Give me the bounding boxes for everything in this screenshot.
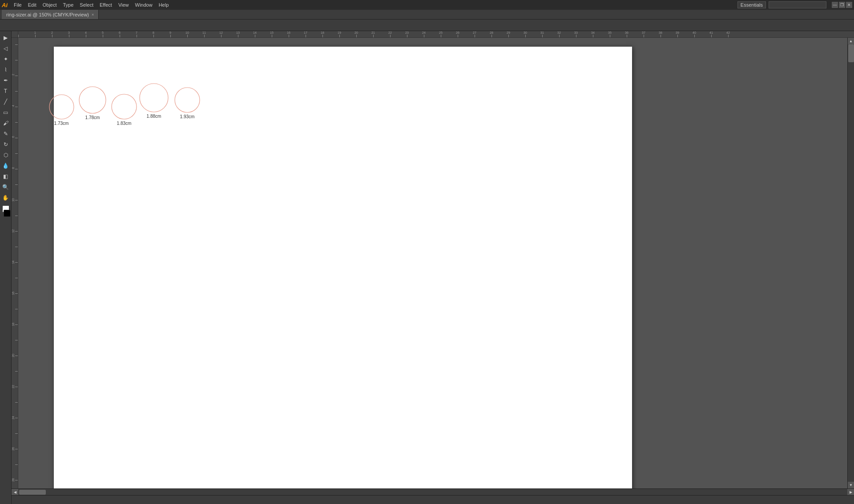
tab-close-button[interactable]: × [92,12,94,17]
circle-label-c4: 1.88cm [147,114,161,119]
top-options-bar [0,20,854,31]
canvas-scroll-area[interactable]: 1.73cm1.78cm1.83cm1.88cm1.93cm [18,38,847,488]
circle-item-c4: 1.88cm [139,83,169,119]
content-area: 1234567891011121314151617181920212223242… [12,31,854,504]
ruler-row: 1234567891011121314151617181920212223242… [12,31,854,38]
svg-point-4 [175,88,200,112]
eyedropper-tool[interactable]: 💧 [1,161,11,171]
left-ruler: 24681012141618202224262830 [12,38,18,488]
circle-svg-c2 [79,86,106,114]
artboard: 1.73cm1.78cm1.83cm1.88cm1.93cm [54,47,632,488]
close-button[interactable]: ✕ [846,2,852,8]
ruler-corner [12,31,18,38]
circle-label-c3: 1.83cm [117,121,132,126]
right-scrollbar: ▲ ▼ [847,38,854,488]
svg-point-0 [49,95,74,119]
top-ruler: 1234567891011121314151617181920212223242… [18,31,854,38]
left-toolbar: ▶ ◁ ✦ ⌇ ✒ T ╱ ▭ 🖌 ✎ ↻ ⬡ 💧 ◧ 🔍 ✋ [0,31,12,504]
rotate-tool[interactable]: ↻ [1,140,11,149]
menubar: Ai File Edit Object Type Select Effect V… [0,0,854,10]
svg-point-1 [79,87,106,113]
minimize-button[interactable]: — [832,2,838,8]
type-tool[interactable]: T [1,86,11,96]
tab-label: ring-sizer.ai @ 150% (CMYK/Preview) [6,12,89,17]
rect-tool[interactable]: ▭ [1,108,11,117]
app-logo: Ai [2,2,8,8]
menu-help[interactable]: Help [156,1,172,8]
circle-item-c2: 1.78cm [79,86,106,120]
direct-selection-tool[interactable]: ◁ [1,44,11,53]
selection-tool[interactable]: ▶ [1,33,11,43]
magic-wand-tool[interactable]: ✦ [1,54,11,64]
blend-tool[interactable]: ⬡ [1,150,11,160]
svg-point-2 [112,94,137,119]
scroll-down-button[interactable]: ▼ [848,482,854,488]
canvas-row: 24681012141618202224262830 1.73cm1.78cm1… [12,38,854,488]
main-layout: ▶ ◁ ✦ ⌇ ✒ T ╱ ▭ 🖌 ✎ ↻ ⬡ 💧 ◧ 🔍 ✋ 12345678… [0,31,854,504]
gradient-tool[interactable]: ◧ [1,172,11,181]
scroll-track-horizontal[interactable] [18,489,847,495]
pencil-tool[interactable]: ✎ [1,129,11,139]
menu-file[interactable]: File [11,1,24,8]
menu-object[interactable]: Object [40,1,60,8]
scroll-right-button[interactable]: ▶ [847,489,854,496]
lasso-tool[interactable]: ⌇ [1,65,11,75]
line-tool[interactable]: ╱ [1,97,11,107]
circle-item-c1: 1.73cm [49,94,74,126]
circle-svg-c5 [174,87,200,113]
tabbar: ring-sizer.ai @ 150% (CMYK/Preview) × [0,10,854,20]
brush-tool[interactable]: 🖌 [1,118,11,128]
menu-view[interactable]: View [116,1,132,8]
circle-svg-c3 [111,94,137,120]
circle-item-c3: 1.83cm [111,94,137,126]
essentials-button[interactable]: Essentials [737,1,766,8]
hand-tool[interactable]: ✋ [1,193,11,203]
window-controls: — ❐ ✕ [832,2,852,8]
circle-label-c5: 1.93cm [180,114,195,119]
menu-edit[interactable]: Edit [25,1,39,8]
scroll-track-vertical[interactable] [848,44,854,482]
menu-effect[interactable]: Effect [97,1,115,8]
search-input[interactable] [769,1,826,8]
menu-select[interactable]: Select [77,1,96,8]
menu-type[interactable]: Type [60,1,77,8]
statusbar [12,495,854,504]
circle-item-c5: 1.93cm [174,87,200,119]
scroll-thumb-horizontal[interactable] [19,490,46,495]
scroll-left-button[interactable]: ◀ [12,489,18,496]
scroll-up-button[interactable]: ▲ [848,38,854,44]
zoom-tool[interactable]: 🔍 [1,182,11,192]
scroll-thumb-vertical[interactable] [848,44,854,62]
stroke-color[interactable] [4,210,11,217]
circle-svg-c4 [139,83,169,112]
circle-label-c2: 1.78cm [85,115,100,120]
pen-tool[interactable]: ✒ [1,76,11,85]
svg-point-3 [140,84,168,112]
restore-button[interactable]: ❐ [839,2,845,8]
bottom-scrollbar: ◀ ▶ [12,488,854,495]
circle-svg-c1 [49,94,74,120]
menu-right-area: Essentials — ❐ ✕ [737,1,852,8]
document-tab[interactable]: ring-sizer.ai @ 150% (CMYK/Preview) × [2,10,99,19]
circle-label-c1: 1.73cm [54,121,69,126]
menu-window[interactable]: Window [133,1,155,8]
